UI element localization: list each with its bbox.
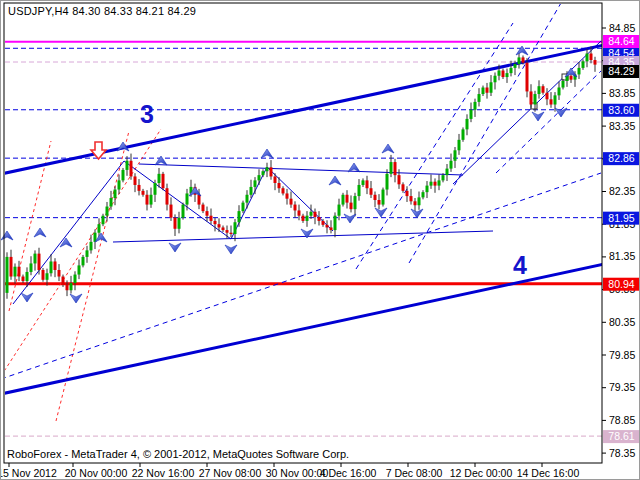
bull-candle — [354, 196, 357, 209]
bull-candle — [498, 71, 501, 76]
bull-candle — [50, 261, 53, 273]
price-axis[interactable]: 84.8584.3583.8583.3582.8582.3581.8581.35… — [602, 22, 640, 459]
fractal-up-icon — [382, 144, 394, 153]
fractal-down-icon — [532, 112, 544, 121]
bear-candle — [290, 199, 293, 205]
copyright-watermark: RoboForex - MetaTrader 4, © 2001-2012, M… — [7, 448, 349, 460]
red-dashed-channel-line[interactable] — [1, 129, 161, 376]
bull-candle — [306, 216, 309, 221]
time-tick-label: 14 Dec 16:00 — [517, 467, 580, 479]
bear-candle — [302, 216, 305, 221]
wave-count-label[interactable]: 3 — [140, 100, 154, 128]
bear-candle — [414, 201, 417, 205]
price-level-badge-text: 83.60 — [608, 104, 634, 116]
bull-candle — [258, 175, 261, 180]
price-tick-label: 84.85 — [609, 22, 635, 34]
bull-candle — [158, 174, 161, 183]
bear-candle — [210, 216, 213, 221]
bull-candle — [458, 140, 461, 150]
fractal-down-icon — [411, 209, 423, 218]
bull-candle — [534, 94, 537, 104]
bull-candle — [186, 193, 189, 204]
bear-candle — [286, 193, 289, 198]
bear-candle — [38, 254, 41, 270]
time-tick-label: 12 Dec 00:00 — [450, 467, 513, 479]
fractal-up-icon — [1, 231, 13, 240]
price-tick-label: 82.35 — [609, 185, 635, 197]
bear-candle — [278, 183, 281, 188]
bull-candle — [490, 82, 493, 92]
bear-candle — [226, 230, 229, 233]
red-down-arrow-icon[interactable] — [91, 142, 106, 159]
bull-candle — [250, 187, 253, 195]
time-tick-label: 4 Dec 16:00 — [320, 467, 377, 479]
bear-candle — [174, 218, 177, 229]
bear-candle — [298, 210, 301, 215]
bull-candle — [106, 207, 109, 216]
bull-candle — [510, 68, 513, 73]
bull-candle — [334, 216, 337, 230]
bull-candle — [34, 254, 37, 264]
price-tick-label: 79.85 — [609, 349, 635, 361]
bear-candle — [410, 196, 413, 201]
bull-candle — [254, 180, 257, 187]
time-axis[interactable]: 15 Nov 201220 Nov 00:0022 Nov 16:0027 No… — [1, 463, 579, 479]
bull-candle — [382, 190, 385, 205]
fractal-down-icon — [169, 243, 181, 252]
bull-candle — [562, 81, 565, 88]
bear-candle — [198, 195, 201, 205]
bear-candle — [166, 188, 169, 204]
bull-candle — [82, 257, 85, 266]
bull-candle — [494, 76, 497, 83]
bear-candle — [42, 270, 45, 280]
bull-candle — [110, 198, 113, 207]
bull-candle — [442, 175, 445, 180]
bull-candle — [538, 86, 541, 94]
bear-candle — [66, 285, 69, 290]
bull-candle — [242, 203, 245, 212]
time-tick-label: 15 Nov 2012 — [1, 467, 57, 479]
bear-candle — [62, 277, 65, 286]
bear-candle — [170, 205, 173, 218]
price-chart-canvas[interactable]: 34 84.8584.3583.8583.3582.8582.3581.8581… — [1, 1, 640, 480]
blue-dashed-channel-line[interactable] — [356, 23, 513, 269]
bull-candle — [90, 242, 93, 251]
price-level-badge-text: 82.86 — [608, 152, 634, 164]
bear-candle — [10, 257, 13, 277]
bull-candle — [6, 257, 9, 293]
wave-count-label[interactable]: 4 — [513, 251, 527, 279]
bear-candle — [378, 200, 381, 205]
analysis-trendline[interactable] — [113, 231, 493, 242]
bear-candle — [58, 270, 61, 277]
red-dashed-channel-line[interactable] — [56, 131, 129, 421]
bear-candle — [318, 217, 321, 221]
bull-candle — [362, 180, 365, 185]
price-tick-label: 80.35 — [609, 316, 635, 328]
bull-candle — [422, 192, 425, 197]
price-tick-label: 78.85 — [609, 414, 635, 426]
analysis-trendline[interactable] — [139, 164, 463, 175]
fractal-down-icon — [344, 214, 356, 223]
bull-candle — [70, 283, 73, 290]
fractal-down-icon — [225, 245, 237, 254]
bull-candle — [78, 265, 81, 274]
bull-candle — [266, 167, 269, 171]
bear-candle — [374, 195, 377, 200]
bear-candle — [434, 182, 437, 186]
bear-candle — [142, 191, 145, 195]
bull-candle — [446, 169, 449, 176]
bear-candle — [270, 167, 273, 176]
bear-candle — [330, 227, 333, 230]
bull-candle — [342, 195, 345, 205]
time-tick-label: 20 Nov 00:00 — [65, 467, 128, 479]
bull-candle — [14, 267, 17, 277]
bear-candle — [590, 54, 593, 61]
bull-candle — [554, 95, 557, 104]
fractal-up-icon — [329, 176, 341, 185]
mt4-chart-window: USDJPY,H4 84.30 84.33 84.21 84.29 RoboFo… — [0, 0, 640, 480]
bull-candle — [310, 212, 313, 216]
bull-candle — [262, 171, 265, 175]
bear-candle — [294, 205, 297, 211]
price-level-badge-text: 80.94 — [608, 278, 634, 290]
bear-candle — [550, 99, 553, 104]
